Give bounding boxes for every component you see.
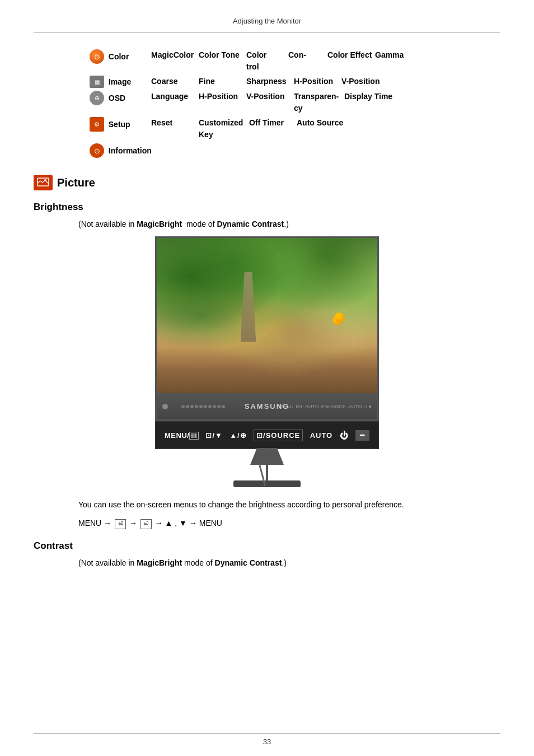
bezel-mplus: M+	[296, 404, 303, 409]
bezel-dot	[195, 405, 198, 408]
bezel-dot	[217, 405, 221, 408]
color-icon: ⊙	[90, 49, 104, 64]
bezel-dots	[181, 405, 225, 408]
osd-items: Language H-Position V-Position Transpare…	[151, 91, 395, 114]
menu-item-colortone: Color Tone	[199, 49, 246, 61]
menu-row-osd: ⊕ OSD Language H-Position V-Position Tra…	[90, 91, 500, 114]
monitor-bezel: SAMSUNG MENU M+ AUTO ENHANCE AUTO ○ ●	[155, 393, 379, 421]
menu-image-cell: ▦ Image	[90, 76, 151, 88]
menu-item-customizedkey: CustomizedKey	[199, 117, 249, 141]
bezel-left	[162, 404, 225, 409]
control-brightness: ⊡/▼	[205, 431, 222, 440]
bezel-dot	[190, 405, 194, 408]
bezel-dot	[186, 405, 189, 408]
image-label: Image	[109, 77, 131, 86]
arrow-2: → ▲ , ▼ → MENU	[155, 519, 222, 528]
menu-row-setup: ⚙ Setup Reset CustomizedKey Off Timer Au…	[90, 117, 500, 141]
bezel-dot	[208, 405, 212, 408]
setup-label: Setup	[109, 120, 130, 129]
nav-menu: ⊙ Color MagicColor Color Tone Colortrol …	[90, 49, 500, 158]
desc-text-content: You can use the on-screen menus to chang…	[78, 500, 404, 509]
menu-item-reset: Reset	[151, 117, 199, 129]
bezel-right: MENU M+ AUTO ENHANCE AUTO ○ ●	[279, 404, 372, 409]
stand-pole	[266, 464, 268, 480]
bezel-dot	[222, 405, 225, 408]
menu-item-fine: Fine	[199, 76, 246, 87]
brightness-note: (Not available in MagicBright mode of Dy…	[78, 220, 500, 228]
header-title: Adjusting the Monitor	[233, 17, 301, 25]
monitor-image: SAMSUNG MENU M+ AUTO ENHANCE AUTO ○ ● ME…	[34, 236, 500, 487]
bezel-auto: AUTO	[305, 404, 319, 409]
menu-item-sharpness: Sharpness	[246, 76, 294, 87]
menu-navigation: MENU → ⏎ → ⏎ → ▲ , ▼ → MENU	[78, 519, 500, 529]
dynamic-contrast-bold2: Dynamic Contrast	[215, 558, 282, 567]
image-items: Coarse Fine Sharpness H-Position V-Posit…	[151, 76, 389, 87]
setup-items: Reset CustomizedKey Off Timer Auto Sourc…	[151, 117, 346, 141]
nav-box-1: ⏎	[115, 519, 126, 529]
bezel-led	[162, 404, 168, 409]
control-magicbright: ▲/⊕	[229, 431, 246, 440]
samsung-logo: SAMSUNG	[245, 402, 289, 410]
control-auto: AUTO	[310, 431, 333, 440]
setup-icon: ⚙	[90, 117, 104, 132]
picture-icon	[34, 175, 53, 190]
menu-text: MENU →	[78, 519, 111, 528]
control-power: ⏻	[340, 431, 349, 440]
contrast-note: (Not available in MagicBright mode of Dy…	[78, 558, 500, 567]
menu-item-autosource: Auto Source	[297, 117, 346, 129]
osd-label: OSD	[109, 94, 125, 102]
menu-color-cell: ⊙ Color	[90, 49, 151, 64]
monitor-stand	[250, 448, 284, 465]
contrast-title: Contrast	[34, 540, 500, 552]
monitor-base	[233, 480, 301, 487]
info-icon: ⊙	[90, 143, 104, 158]
magicbright-bold2: MagicBright	[137, 558, 182, 567]
menu-row-color: ⊙ Color MagicColor Color Tone Colortrol …	[90, 49, 500, 73]
menu-item-gamma: Gamma	[375, 49, 423, 61]
bezel-dot	[204, 405, 207, 408]
magicbright-bold1: MagicBright	[137, 220, 182, 228]
brightness-description: You can use the on-screen menus to chang…	[78, 498, 500, 511]
menu-item-language: Language	[151, 91, 199, 102]
screen-inner	[157, 238, 377, 393]
osd-icon: ⊕	[90, 91, 104, 105]
menu-setup-cell: ⚙ Setup	[90, 117, 151, 132]
bezel-dot	[181, 405, 185, 408]
menu-item-offtimer: Off Timer	[249, 117, 297, 129]
monitor-stand-assembly	[233, 449, 301, 487]
monitor-controls: MENU/III ⊡/▼ ▲/⊕ ⊡/SOURCE AUTO ⏻ ━	[155, 421, 379, 449]
image-icon: ▦	[90, 76, 104, 88]
bezel-dot	[199, 405, 203, 408]
color-label: Color	[109, 52, 129, 61]
bezel-auto2: AUTO	[348, 404, 362, 409]
nav-box-2: ⏎	[140, 519, 152, 529]
menu-row-image: ▦ Image Coarse Fine Sharpness H-Position…	[90, 76, 500, 88]
brightness-title: Brightness	[34, 202, 500, 213]
control-menu: MENU/III	[165, 431, 199, 440]
monitor-screen	[155, 236, 379, 393]
picture-section-header: Picture	[34, 175, 500, 190]
bezel-dot	[213, 405, 216, 408]
menu-item-coarse: Coarse	[151, 76, 199, 87]
menu-item-displaytime: Display Time	[344, 91, 395, 102]
menu-item-color-control: Colortrol	[246, 49, 288, 73]
menu-item-transparency: Transparen-cy	[294, 91, 344, 114]
page-number: 33	[263, 738, 271, 746]
screen-bg	[157, 238, 377, 393]
svg-point-1	[44, 179, 46, 181]
orange-ball	[333, 316, 342, 325]
bezel-content: SAMSUNG MENU M+ AUTO ENHANCE AUTO ○ ●	[162, 404, 372, 409]
monitor-wrapper: SAMSUNG MENU M+ AUTO ENHANCE AUTO ○ ● ME…	[155, 236, 379, 487]
menu-osd-cell: ⊕ OSD	[90, 91, 151, 105]
menu-item-osd-hpos: H-Position	[199, 91, 246, 102]
dynamic-contrast-bold1: Dynamic Contrast	[217, 220, 284, 228]
menu-item-coloreffect: Color Effect	[327, 49, 375, 61]
menu-item-vposition: V-Position	[341, 76, 389, 87]
color-items: MagicColor Color Tone Colortrol Con- Col…	[151, 49, 423, 73]
control-source: ⊡/SOURCE	[254, 430, 303, 441]
menu-row-info: ⊙ Information	[90, 143, 500, 158]
menu-item-osd-vpos: V-Position	[246, 91, 294, 102]
menu-info-cell: ⊙ Information	[90, 143, 152, 158]
menu-item-magiccolor: MagicColor	[151, 49, 199, 61]
menu-item-con: Con-	[288, 49, 327, 61]
